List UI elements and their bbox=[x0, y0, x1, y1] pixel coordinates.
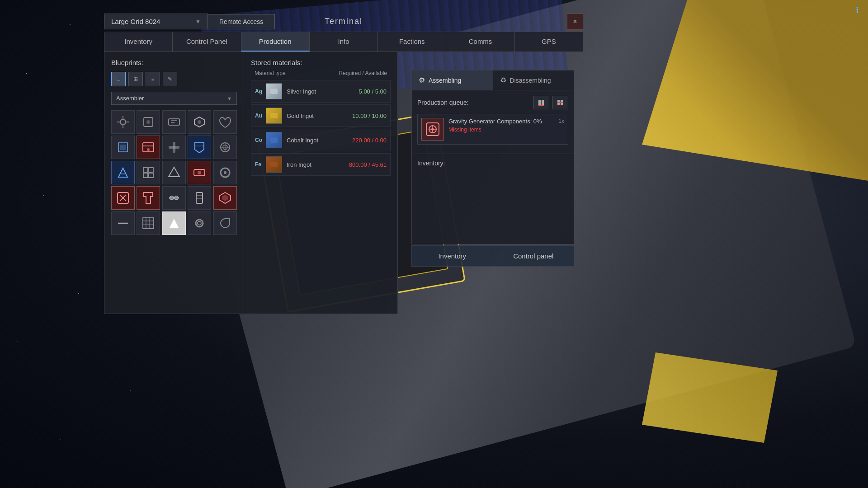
svg-point-30 bbox=[198, 171, 201, 174]
blueprint-item[interactable] bbox=[213, 211, 237, 235]
svg-point-49 bbox=[196, 220, 203, 227]
blueprint-item[interactable] bbox=[213, 136, 237, 159]
col-required-available: Required / Available bbox=[339, 70, 387, 76]
blueprint-item[interactable] bbox=[188, 211, 211, 235]
svg-rect-17 bbox=[169, 146, 179, 149]
svg-rect-58 bbox=[542, 100, 544, 105]
queue-item-icon bbox=[421, 118, 444, 141]
blueprint-item-white[interactable] bbox=[162, 211, 186, 235]
assembler-dropdown[interactable]: Assembler ▼ bbox=[111, 92, 237, 105]
blueprint-item[interactable] bbox=[162, 136, 186, 159]
assembler-label: Assembler bbox=[116, 95, 227, 102]
view-icon-grid[interactable]: □ bbox=[111, 72, 126, 86]
blueprint-item[interactable] bbox=[188, 161, 211, 184]
material-icon-au bbox=[266, 108, 282, 124]
material-symbol-ag: Ag bbox=[255, 88, 266, 94]
queue-title: Production queue: bbox=[417, 99, 469, 106]
terminal-title: Terminal bbox=[325, 17, 363, 26]
view-icon-filter[interactable]: ✎ bbox=[163, 72, 177, 86]
blueprint-item[interactable] bbox=[188, 110, 211, 134]
material-name-gold: Gold Ingot bbox=[287, 113, 352, 119]
queue-controls bbox=[533, 96, 568, 109]
material-icon-fe bbox=[266, 156, 282, 173]
remote-access-button[interactable]: Remote Access bbox=[208, 14, 275, 29]
inventory-button[interactable]: Inventory bbox=[411, 245, 493, 267]
assembling-label: Assembling bbox=[429, 77, 461, 84]
col-material-type: Material type bbox=[255, 70, 286, 76]
queue-clear-btn[interactable] bbox=[552, 96, 568, 109]
disassembling-label: Disassembling bbox=[510, 77, 551, 84]
queue-item-gravity-gen: Gravity Generator Components: 0% Missing… bbox=[417, 114, 568, 145]
material-row-silver: Ag Silver Ingot 5.00 / 5.00 bbox=[251, 80, 391, 103]
material-symbol-co: Co bbox=[255, 137, 266, 143]
material-name-cobalt: Cobalt Ingot bbox=[287, 137, 352, 144]
material-name-iron: Iron Ingot bbox=[287, 161, 349, 168]
assembling-tab[interactable]: ⚙ Assembling bbox=[412, 70, 493, 90]
tab-control-panel[interactable]: Control Panel bbox=[173, 32, 241, 52]
queue-header: Production queue: bbox=[417, 96, 568, 109]
blueprint-item[interactable] bbox=[162, 186, 186, 210]
assembly-tabs: ⚙ Assembling ♻ Disassembling bbox=[411, 70, 574, 90]
svg-rect-25 bbox=[149, 168, 153, 172]
tab-info[interactable]: Info bbox=[310, 32, 378, 52]
svg-point-10 bbox=[198, 120, 201, 124]
blueprint-item[interactable] bbox=[111, 110, 135, 134]
svg-rect-39 bbox=[196, 192, 203, 203]
tab-factions[interactable]: Factions bbox=[378, 32, 446, 52]
inventory-header: Inventory: bbox=[417, 160, 568, 167]
view-icon-list[interactable]: ⊞ bbox=[128, 72, 143, 86]
control-panel-button[interactable]: Control panel bbox=[493, 245, 575, 267]
view-icons: □ ⊞ ≡ ✎ bbox=[111, 72, 237, 86]
blueprint-item[interactable] bbox=[162, 161, 186, 184]
tab-gps[interactable]: GPS bbox=[515, 32, 583, 52]
material-row-gold: Au Gold Ingot 10.00 / 10.00 bbox=[251, 104, 391, 127]
grid-selector-text: Large Grid 8024 bbox=[111, 18, 191, 25]
nav-tabs: Inventory Control Panel Production Info … bbox=[104, 32, 583, 52]
queue-item-status: Missing items bbox=[448, 127, 554, 133]
blueprints-panel: Blueprints: □ ⊞ ≡ ✎ Assembler ▼ bbox=[104, 52, 244, 314]
blueprint-item[interactable] bbox=[111, 186, 135, 210]
blueprint-item[interactable] bbox=[137, 186, 160, 210]
assembling-icon: ⚙ bbox=[419, 76, 425, 84]
queue-pause-btn[interactable] bbox=[533, 96, 549, 109]
view-icon-compact[interactable]: ≡ bbox=[146, 72, 160, 86]
svg-marker-48 bbox=[170, 219, 179, 228]
material-value-cobalt: 220.00 / 0.00 bbox=[352, 137, 387, 144]
blueprint-item[interactable] bbox=[111, 136, 135, 159]
assembly-panel: ⚙ Assembling ♻ Disassembling Production … bbox=[411, 70, 574, 267]
svg-rect-27 bbox=[149, 173, 153, 178]
blueprint-item[interactable] bbox=[137, 110, 160, 134]
tab-comms[interactable]: Comms bbox=[446, 32, 514, 52]
blueprint-item[interactable] bbox=[162, 110, 186, 134]
assembler-dropdown-arrow: ▼ bbox=[227, 96, 232, 101]
grid-selector[interactable]: Large Grid 8024 ▼ bbox=[104, 14, 208, 29]
svg-rect-56 bbox=[270, 162, 278, 167]
close-button[interactable]: × bbox=[567, 14, 583, 30]
stored-materials-panel: Stored materials: Material type Required… bbox=[244, 52, 398, 314]
svg-point-32 bbox=[224, 171, 226, 174]
svg-rect-24 bbox=[143, 168, 148, 172]
svg-rect-43 bbox=[143, 218, 154, 229]
blueprint-item[interactable] bbox=[213, 110, 237, 134]
blueprint-item[interactable] bbox=[213, 186, 237, 210]
blueprint-item[interactable] bbox=[111, 161, 135, 184]
blueprint-item[interactable] bbox=[188, 186, 211, 210]
disassembling-tab[interactable]: ♻ Disassembling bbox=[493, 70, 574, 90]
blueprint-item[interactable] bbox=[111, 211, 135, 235]
svg-rect-26 bbox=[143, 173, 148, 178]
queue-item-info: Gravity Generator Components: 0% Missing… bbox=[448, 118, 554, 133]
tab-inventory[interactable]: Inventory bbox=[104, 32, 173, 52]
svg-point-0 bbox=[120, 119, 126, 125]
blueprints-header: Blueprints: bbox=[111, 59, 237, 66]
blueprint-item[interactable] bbox=[188, 136, 211, 159]
blueprint-item[interactable] bbox=[137, 161, 160, 184]
material-name-silver: Silver Ingot bbox=[287, 88, 359, 95]
tab-production[interactable]: Production bbox=[241, 32, 310, 52]
blueprint-item[interactable] bbox=[137, 136, 160, 159]
materials-table: Material type Required / Available Ag Si… bbox=[251, 70, 391, 176]
blueprint-item[interactable] bbox=[213, 161, 237, 184]
blueprint-item[interactable] bbox=[137, 211, 160, 235]
material-icon-ag bbox=[266, 83, 282, 99]
blueprint-grid bbox=[111, 110, 237, 235]
svg-point-67 bbox=[431, 128, 434, 131]
